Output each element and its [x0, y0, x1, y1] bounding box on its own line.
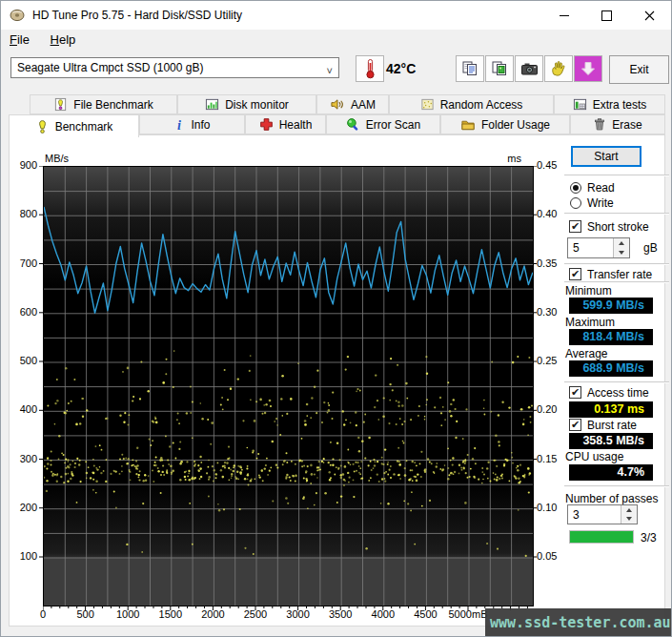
minimize-button[interactable]: [542, 1, 585, 30]
maximize-button[interactable]: [585, 1, 628, 30]
menu-help[interactable]: Help: [42, 30, 85, 50]
tab-label: Info: [191, 118, 210, 132]
tab-disk-monitor[interactable]: Disk monitor: [177, 94, 316, 114]
passes-progress-text: 3/3: [641, 531, 657, 545]
benchmark-chart: [43, 166, 534, 606]
toolbar: Seagate Ultra Cmpct SSD (1000 gB) ˅ 42°C…: [1, 51, 671, 93]
read-radio[interactable]: [570, 182, 581, 194]
app-icon: [10, 8, 25, 23]
y-left-tick-label: 900: [9, 159, 37, 171]
app-window: HD Tune Pro 5.75 - Hard Disk/SSD Utility…: [0, 0, 672, 637]
health-icon: [259, 117, 274, 132]
separator: [564, 175, 669, 176]
spinner-up-button[interactable]: [614, 238, 629, 248]
burst-rate-checkbox[interactable]: ✔: [569, 419, 581, 431]
temperature-value: 42°C: [386, 61, 416, 76]
tab-benchmark[interactable]: Benchmark: [9, 114, 139, 137]
y-left-tick-label: 300: [9, 453, 37, 464]
temperature-button[interactable]: [356, 55, 384, 82]
copy-image-icon: [491, 60, 508, 77]
y-left-axis-ticks: [37, 166, 43, 606]
passes-spinner[interactable]: 3: [567, 504, 638, 524]
tab-label: AAM: [351, 98, 376, 112]
tab-label: Random Access: [440, 98, 523, 112]
info-icon: i: [173, 117, 185, 132]
cpu-usage-label: CPU usage: [565, 450, 623, 463]
camera-button[interactable]: [515, 55, 543, 82]
cpu-usage-value: 4.7%: [569, 464, 653, 481]
drive-select[interactable]: Seagate Ultra Cmpct SSD (1000 gB) ˅: [10, 57, 339, 78]
menu-file[interactable]: File: [1, 30, 38, 50]
tab-erase[interactable]: Erase: [570, 114, 665, 134]
minimize-icon: [560, 15, 569, 16]
menu-bar: File Help: [1, 30, 671, 51]
drive-select-value: Seagate Ultra Cmpct SSD (1000 gB): [17, 61, 203, 74]
average-value: 688.9 MB/s: [569, 360, 653, 377]
speaker-icon: [330, 97, 345, 112]
tab-file-benchmark[interactable]: File Benchmark: [30, 94, 177, 114]
tab-label: Folder Usage: [481, 118, 550, 132]
access-time-scatter: [44, 350, 533, 557]
short-stroke-size-value: 5: [573, 241, 580, 255]
download-button[interactable]: [574, 55, 602, 82]
tab-info[interactable]: iInfo: [139, 114, 245, 134]
start-button[interactable]: Start: [571, 146, 641, 167]
short-stroke-checkbox[interactable]: ✔: [569, 220, 581, 233]
access-time-checkbox[interactable]: ✔: [569, 386, 581, 399]
average-label: Average: [565, 347, 607, 360]
tab-label: Disk monitor: [225, 98, 289, 112]
tab-error-scan[interactable]: Error Scan: [326, 114, 440, 134]
grid-lines: [44, 167, 533, 606]
maximum-label: Maximum: [565, 316, 615, 329]
copy-image-button[interactable]: [485, 55, 514, 82]
short-stroke-unit: gB: [643, 241, 658, 255]
close-button[interactable]: [628, 1, 671, 30]
tab-label: Health: [279, 118, 313, 132]
tab-label: Error Scan: [366, 118, 420, 132]
camera-icon: [520, 61, 539, 76]
folder-icon: [460, 117, 476, 132]
access-time-label: Access time: [587, 386, 649, 400]
spinner-down-button[interactable]: [621, 515, 637, 524]
maximize-icon: [601, 10, 612, 21]
tab-label: Benchmark: [55, 120, 113, 134]
chevron-down-icon: ˅: [327, 61, 333, 80]
y-left-tick-label: 500: [9, 355, 37, 366]
y-right-axis-unit: ms: [489, 153, 521, 164]
burst-rate-label: Burst rate: [587, 419, 637, 432]
write-radio[interactable]: [570, 197, 581, 209]
transfer-rate-label: Transfer rate: [587, 268, 652, 281]
hands-button[interactable]: [544, 55, 573, 82]
tab-random-access[interactable]: Random Access: [389, 94, 554, 114]
error-scan-icon: [346, 117, 360, 132]
separator: [564, 381, 669, 383]
copy-text-button[interactable]: [456, 55, 484, 82]
short-stroke-size-spinner[interactable]: 5: [567, 237, 630, 258]
write-label: Write: [587, 196, 614, 210]
spinner-up-button[interactable]: [621, 505, 637, 515]
y-right-tick-label: 0.10: [537, 502, 569, 513]
tab-extra-tests[interactable]: Extra tests: [554, 94, 665, 114]
passes-progress-bar: [569, 530, 634, 544]
separator: [564, 213, 669, 215]
access-time-value: 0.137 ms: [569, 401, 653, 418]
progress-fill: [570, 531, 633, 543]
exit-button[interactable]: Exit: [609, 55, 669, 84]
y-left-axis-unit: MB/s: [45, 153, 69, 164]
download-icon: [580, 60, 597, 77]
file-benchmark-icon: [53, 97, 68, 112]
extra-tests-icon: [573, 97, 587, 112]
tab-aam[interactable]: AAM: [316, 94, 389, 114]
y-right-tick-label: 0.20: [537, 403, 569, 415]
spinner-down-button[interactable]: [614, 248, 629, 257]
close-icon: [644, 10, 655, 21]
minimum-value: 599.9 MB/s: [569, 298, 653, 314]
y-right-tick-label: 0.15: [537, 453, 569, 464]
transfer-rate-checkbox[interactable]: ✔: [569, 268, 581, 280]
tab-folder-usage[interactable]: Folder Usage: [440, 114, 570, 134]
separator: [564, 485, 669, 487]
tab-health[interactable]: Health: [245, 114, 326, 134]
window-title: HD Tune Pro 5.75 - Hard Disk/SSD Utility: [32, 9, 242, 22]
y-left-tick-label: 100: [9, 550, 37, 562]
tab-label: Erase: [612, 118, 641, 132]
